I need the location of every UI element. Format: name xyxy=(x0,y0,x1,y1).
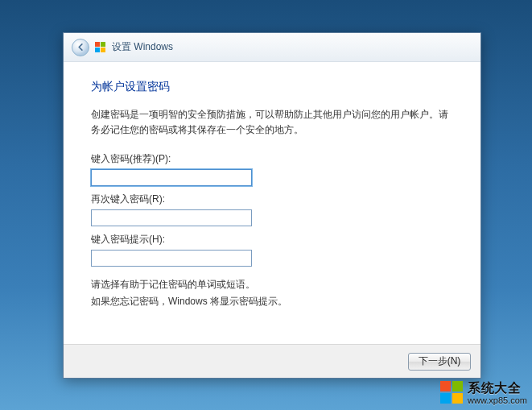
hint-label: 键入密码提示(H): xyxy=(91,233,453,246)
watermark: 系统大全 www.xp85.com xyxy=(440,381,527,405)
password-input[interactable] xyxy=(91,169,252,186)
watermark-text: 系统大全 www.xp85.com xyxy=(468,381,527,405)
next-button[interactable]: 下一步(N) xyxy=(408,353,471,371)
watermark-brand: 系统大全 xyxy=(468,381,527,396)
content-area: 为帐户设置密码 创建密码是一项明智的安全预防措施，可以帮助防止其他用户访问您的用… xyxy=(64,62,480,344)
page-description: 创建密码是一项明智的安全预防措施，可以帮助防止其他用户访问您的用户帐户。请务必记… xyxy=(91,107,453,138)
footer-bar: 下一步(N) xyxy=(64,344,480,378)
windows-flag-icon xyxy=(94,41,107,54)
watermark-flag-icon xyxy=(440,381,464,405)
confirm-password-input[interactable] xyxy=(91,209,252,226)
hint-help-line2: 如果您忘记密码，Windows 将显示密码提示。 xyxy=(91,293,453,309)
setup-window: 设置 Windows 为帐户设置密码 创建密码是一项明智的安全预防措施，可以帮助… xyxy=(63,32,481,379)
titlebar: 设置 Windows xyxy=(64,33,480,62)
watermark-url: www.xp85.com xyxy=(468,396,527,405)
back-arrow-icon xyxy=(76,43,85,52)
hint-help-line1: 请选择有助于记住密码的单词或短语。 xyxy=(91,276,453,292)
hint-help-text: 请选择有助于记住密码的单词或短语。 如果您忘记密码，Windows 将显示密码提… xyxy=(91,276,453,309)
hint-input[interactable] xyxy=(91,250,252,267)
window-title: 设置 Windows xyxy=(112,40,173,54)
back-button[interactable] xyxy=(72,39,89,56)
password-label: 键入密码(推荐)(P): xyxy=(91,152,453,166)
page-heading: 为帐户设置密码 xyxy=(91,80,453,94)
confirm-password-label: 再次键入密码(R): xyxy=(91,193,453,206)
